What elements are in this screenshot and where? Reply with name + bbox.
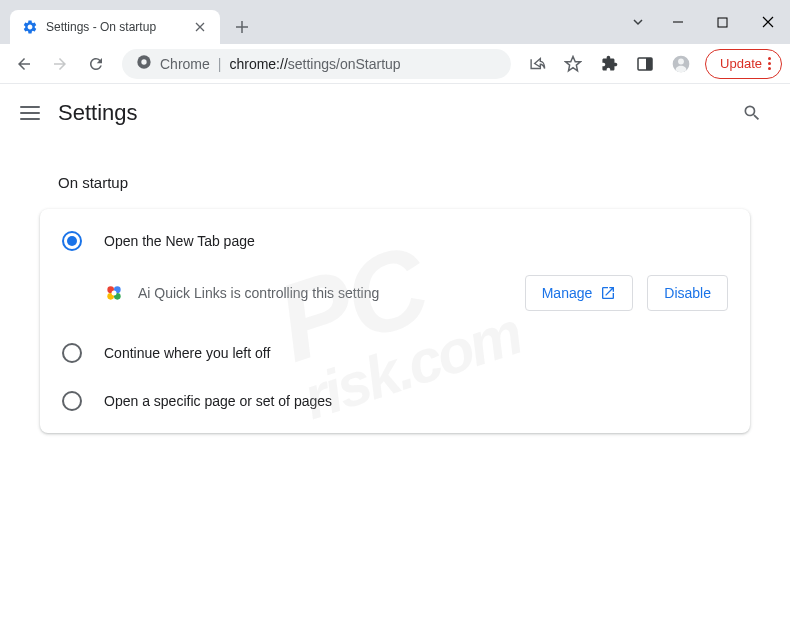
- reload-button[interactable]: [80, 48, 112, 80]
- close-icon[interactable]: [192, 19, 208, 35]
- close-window-button[interactable]: [745, 7, 790, 37]
- disable-button[interactable]: Disable: [647, 275, 728, 311]
- forward-button[interactable]: [44, 48, 76, 80]
- svg-rect-4: [646, 58, 652, 70]
- search-button[interactable]: [734, 95, 770, 131]
- option-label: Open a specific page or set of pages: [104, 393, 332, 409]
- option-label: Open the New Tab page: [104, 233, 255, 249]
- update-label: Update: [720, 56, 762, 71]
- omnibox-url: chrome://settings/onStartup: [229, 56, 400, 72]
- settings-content: On startup Open the New Tab page Ai Quic…: [0, 142, 790, 443]
- menu-hamburger-icon[interactable]: [20, 103, 40, 123]
- window-titlebar: Settings - On startup: [0, 0, 790, 44]
- new-tab-button[interactable]: [228, 13, 256, 41]
- back-button[interactable]: [8, 48, 40, 80]
- svg-point-2: [141, 59, 146, 64]
- menu-icon: [768, 57, 771, 70]
- profile-icon[interactable]: [665, 48, 697, 80]
- extension-notice-text: Ai Quick Links is controlling this setti…: [138, 285, 511, 301]
- startup-option-continue[interactable]: Continue where you left off: [40, 329, 750, 377]
- startup-option-new-tab[interactable]: Open the New Tab page: [40, 217, 750, 265]
- manage-button[interactable]: Manage: [525, 275, 634, 311]
- manage-label: Manage: [542, 285, 593, 301]
- browser-toolbar: Chrome | chrome://settings/onStartup Upd…: [0, 44, 790, 84]
- svg-rect-0: [718, 18, 727, 27]
- open-external-icon: [600, 285, 616, 301]
- radio-selected-icon: [62, 231, 82, 251]
- bookmark-icon[interactable]: [557, 48, 589, 80]
- startup-option-specific-pages[interactable]: Open a specific page or set of pages: [40, 377, 750, 425]
- option-label: Continue where you left off: [104, 345, 270, 361]
- omnibox-scheme-label: Chrome: [160, 56, 210, 72]
- extension-app-icon: [104, 283, 124, 303]
- omnibox-divider: |: [218, 56, 222, 72]
- share-icon[interactable]: [521, 48, 553, 80]
- window-controls: [620, 0, 790, 44]
- chrome-icon: [136, 54, 152, 74]
- radio-unselected-icon: [62, 391, 82, 411]
- disable-label: Disable: [664, 285, 711, 301]
- maximize-button[interactable]: [700, 7, 745, 37]
- section-title: On startup: [58, 174, 750, 191]
- radio-unselected-icon: [62, 343, 82, 363]
- browser-tab[interactable]: Settings - On startup: [10, 10, 220, 44]
- page-title: Settings: [58, 100, 138, 126]
- sidepanel-icon[interactable]: [629, 48, 661, 80]
- gear-icon: [22, 19, 38, 35]
- minimize-button[interactable]: [655, 7, 700, 37]
- update-button[interactable]: Update: [705, 49, 782, 79]
- chevron-down-icon[interactable]: [620, 7, 655, 37]
- address-bar[interactable]: Chrome | chrome://settings/onStartup: [122, 49, 511, 79]
- svg-point-6: [678, 58, 684, 64]
- startup-card: Open the New Tab page Ai Quick Links is …: [40, 209, 750, 433]
- svg-point-11: [112, 291, 117, 296]
- extensions-icon[interactable]: [593, 48, 625, 80]
- tab-title: Settings - On startup: [46, 20, 184, 34]
- settings-header: Settings: [0, 84, 790, 142]
- extension-notice: Ai Quick Links is controlling this setti…: [40, 265, 750, 329]
